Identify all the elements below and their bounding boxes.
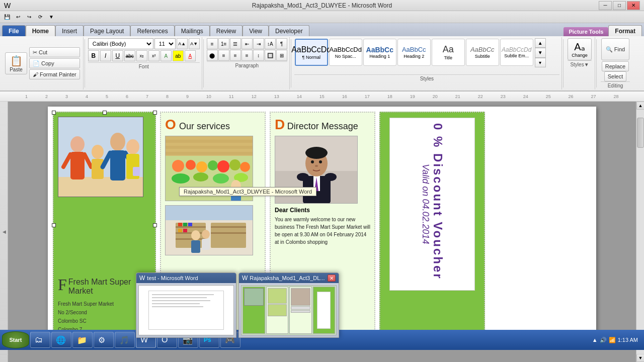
paste-button[interactable]: 📋 Paste [5,52,27,74]
popup-brochure-window[interactable]: W Rajapaksha_Mod1_Act3_DL... ✕ [238,273,339,338]
svg-rect-45 [188,223,192,226]
tab-references[interactable]: References [130,25,174,36]
bold-button[interactable]: B [88,50,99,61]
format-painter-button[interactable]: 🖌 Format Painter [29,69,80,79]
handle-l[interactable] [52,223,56,227]
close-button[interactable]: ✕ [627,1,640,10]
handle-t[interactable] [103,111,107,115]
tab-format[interactable]: Format [608,25,642,36]
sort-button[interactable]: ↕A [265,38,276,49]
customize-qa-button[interactable]: ▼ [46,13,56,22]
popup-test-title: test - Microsoft Word [147,275,198,281]
decrease-indent-button[interactable]: ⇤ [242,38,253,49]
music-icon: 🎵 [119,335,129,345]
tab-file[interactable]: File [2,25,26,36]
voucher-card: 0 % Discount Voucher Valid on 04.02.2014 [389,118,475,291]
tab-view[interactable]: View [243,25,269,36]
svg-point-50 [202,230,210,239]
tab-developer[interactable]: Developer [269,25,309,36]
svg-point-2 [70,136,85,152]
font-color-button[interactable]: A [185,50,196,61]
select-button[interactable]: Select [604,71,627,81]
tab-review[interactable]: Review [210,25,243,36]
justify-button[interactable]: ≡ [242,50,253,61]
strikethrough-button[interactable]: abc [124,50,135,61]
minimize-button[interactable]: ─ [599,1,612,10]
superscript-button[interactable]: x² [148,50,159,61]
copy-button[interactable]: 📄 Copy [29,58,80,68]
change-styles-button[interactable]: Aₐ Change [568,38,592,60]
align-center-button[interactable]: ≡ [218,50,229,61]
save-qa-button[interactable]: 💾 [2,13,12,22]
svg-rect-43 [178,223,182,226]
replace-button[interactable]: Replace [602,61,629,71]
style-title[interactable]: Aa Title [432,39,465,66]
style-heading1[interactable]: AaBbCc Heading 1 [363,39,396,66]
taskbar-app-ie[interactable]: 🌐 [51,332,71,348]
tab-home[interactable]: Home [26,25,55,36]
style-h1-label: Heading 1 [369,54,390,59]
text-effects-button[interactable]: A [160,50,172,61]
editing-label: Editing [601,81,630,88]
popup-test-window[interactable]: W test - Microsoft Word [136,273,236,338]
styles-scroll-down[interactable]: ▼ [535,48,546,57]
start-button[interactable]: Start [2,331,29,348]
popup-close-button[interactable]: ✕ [328,275,336,282]
style-no-space[interactable]: AaBbCcDd No Spac... [329,39,362,66]
handle-tr[interactable] [153,111,157,115]
underline-button[interactable]: U [112,50,123,61]
show-formatting-button[interactable]: ¶ [276,38,287,49]
cut-button[interactable]: ✂ Cut [29,47,80,57]
font-grow-button[interactable]: A▲ [177,38,188,49]
borders-button[interactable]: ⊞ [276,50,287,61]
font-shrink-button[interactable]: A▼ [189,38,200,49]
style-subtle-em[interactable]: AaBbCcDd Subtle Em... [500,39,533,66]
undo-qa-button[interactable]: ↩ [13,13,23,22]
refresh-qa-button[interactable]: ⟳ [35,13,45,22]
handle-r[interactable] [153,223,157,227]
increase-indent-button[interactable]: ⇥ [253,38,264,49]
taskbar-app-explorer[interactable]: 🗂 [30,332,50,348]
taskbar-app-music[interactable]: 🎵 [115,332,135,348]
multilevel-button[interactable]: ☰ [230,38,241,49]
style-heading2[interactable]: AaBbCc Heading 2 [397,39,431,66]
line-spacing-button[interactable]: ↕ [253,50,264,61]
discount-voucher-text: 0 % Discount Voucher [431,123,445,280]
align-right-button[interactable]: ≡ [230,50,241,61]
taskbar-app-settings[interactable]: ⚙ [94,332,114,348]
taskbar-popup: W test - Microsoft Word W Rajapaksha_Mod… [136,273,339,338]
svg-rect-1 [58,177,143,197]
numbering-button[interactable]: 1≡ [218,38,229,49]
style-normal[interactable]: AaBbCcDd ¶ Normal [295,39,328,66]
align-left-button[interactable]: ⬤ [207,50,218,61]
navigation-toggle[interactable]: ◀ [2,229,7,234]
restore-button[interactable]: □ [613,1,626,10]
styles-more[interactable]: ▾ [535,58,546,67]
style-subtitle[interactable]: AaBbCc Subtitle [466,39,499,66]
tray-up-arrow[interactable]: ▲ [592,337,598,343]
settings-icon: ⚙ [98,335,105,345]
tab-mailings[interactable]: Mailings [175,25,210,36]
font-face-select[interactable]: Calibri (Body) [88,38,153,49]
bullets-button[interactable]: ≡ [207,38,218,49]
handle-tl[interactable] [52,111,56,115]
svg-point-19 [196,161,207,172]
font-group: Calibri (Body) 11 A▲ A▼ B I U abc x₂ x² … [86,37,202,89]
tab-page-layout[interactable]: Page Layout [84,25,130,36]
italic-button[interactable]: I [100,50,111,61]
scrollbar-thumb[interactable] [637,118,644,148]
director-title: Director Message [287,121,358,131]
find-button[interactable]: 🔍 Find [601,38,629,60]
svg-rect-44 [183,223,187,226]
taskbar-app-files[interactable]: 📁 [72,332,93,348]
shading-button[interactable]: 🔲 [265,50,276,61]
highlight-button[interactable]: ab [173,50,184,61]
scroll-up-arrow[interactable]: ▲ [636,102,644,110]
font-size-select[interactable]: 11 [154,38,176,49]
subscript-button[interactable]: x₂ [136,50,147,61]
svg-point-61 [319,160,322,163]
redo-qa-button[interactable]: ↪ [24,13,34,22]
preview-strip-1 [243,287,265,334]
styles-scroll-up[interactable]: ▲ [535,38,546,48]
tab-insert[interactable]: Insert [55,25,84,36]
